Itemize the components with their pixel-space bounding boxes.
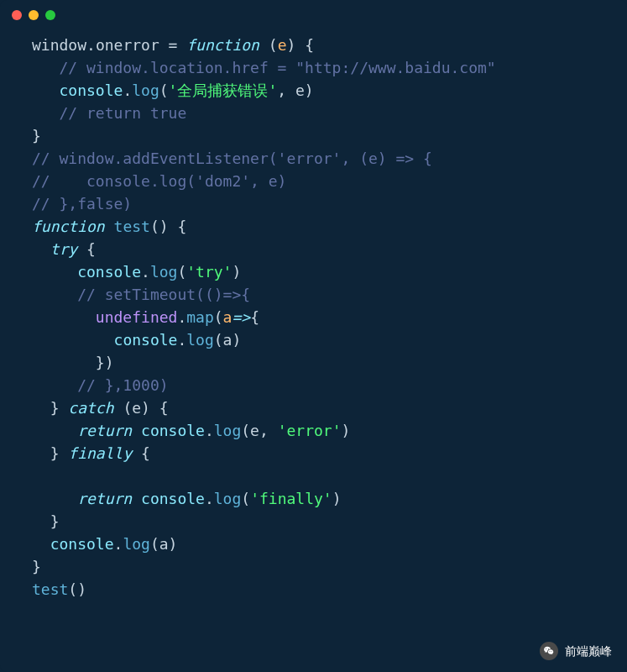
code-token xyxy=(32,240,50,258)
code-token xyxy=(32,490,77,507)
code-token: (e) { xyxy=(114,399,169,417)
code-token: . xyxy=(177,308,186,326)
code-token: ) xyxy=(332,490,342,507)
code-token: // window.addEventListener('error', (e) … xyxy=(32,150,432,167)
code-line: } xyxy=(32,555,595,578)
code-line: try { xyxy=(32,238,595,260)
code-line: undefined.map(a=>{ xyxy=(32,306,595,328)
code-token: console xyxy=(50,535,114,553)
code-token xyxy=(32,308,96,326)
code-token: finally xyxy=(68,444,132,462)
code-token: } xyxy=(32,127,41,144)
code-token: console xyxy=(60,81,123,99)
code-token: = xyxy=(159,36,187,54)
code-line: // console.log('dom2', e) xyxy=(32,170,595,192)
code-token: ) { xyxy=(286,36,314,54)
code-token: console xyxy=(114,331,178,349)
code-token: // },false) xyxy=(32,195,132,213)
code-token: // console.log('dom2', e) xyxy=(32,172,286,190)
code-token: function xyxy=(186,36,259,54)
code-token: function xyxy=(32,218,105,235)
code-token: { xyxy=(250,308,259,326)
code-token: . xyxy=(205,422,214,439)
code-line: console.log('全局捕获错误', e) xyxy=(32,79,595,102)
code-token: . xyxy=(123,81,132,99)
code-token: 'finally' xyxy=(250,490,332,507)
watermark: 前端巅峰 xyxy=(540,642,612,660)
code-line: } catch (e) { xyxy=(32,396,595,419)
code-token: } xyxy=(32,399,68,417)
code-token xyxy=(32,104,60,122)
code-window: window.onerror = function (e) { // windo… xyxy=(0,0,627,672)
code-token: return xyxy=(77,422,132,439)
code-token: ) xyxy=(232,263,241,281)
code-token: } xyxy=(32,444,68,462)
code-token: a xyxy=(223,308,233,326)
code-line xyxy=(32,465,595,487)
code-token: (a) xyxy=(150,535,178,553)
wechat-icon xyxy=(540,642,558,660)
code-token: . xyxy=(114,535,123,553)
code-line: function test() { xyxy=(32,215,595,238)
code-token: . xyxy=(177,331,186,349)
code-line: return console.log('finally') xyxy=(32,487,595,510)
code-line: // return true xyxy=(32,102,595,124)
code-token xyxy=(132,422,141,439)
code-line: return console.log(e, 'error') xyxy=(32,419,595,442)
code-line: // },1000) xyxy=(32,374,595,396)
code-token: (a) xyxy=(214,331,242,349)
window-titlebar xyxy=(0,0,627,30)
code-token: ( xyxy=(259,36,278,54)
code-token xyxy=(32,331,114,349)
code-token: console xyxy=(141,490,205,507)
code-token: log xyxy=(186,331,214,349)
code-line: // setTimeout(()=>{ xyxy=(32,283,595,306)
code-line: }) xyxy=(32,351,595,374)
code-token: (e, xyxy=(241,422,277,439)
code-token: map xyxy=(186,308,214,326)
code-token: test xyxy=(32,580,68,598)
code-token xyxy=(32,376,77,394)
maximize-icon[interactable] xyxy=(45,10,55,20)
code-token: onerror xyxy=(96,36,159,54)
code-token: 'error' xyxy=(278,422,342,439)
code-token: ( xyxy=(159,81,169,99)
code-token: '全局捕获错误' xyxy=(169,81,278,99)
code-token: log xyxy=(123,535,150,553)
code-token xyxy=(105,218,114,235)
code-token xyxy=(32,81,60,99)
code-line: } xyxy=(32,510,595,533)
code-token xyxy=(32,535,50,553)
code-line: } xyxy=(32,124,595,147)
close-icon[interactable] xyxy=(12,10,22,20)
code-token xyxy=(32,422,77,439)
code-token xyxy=(132,490,141,507)
code-line: // window.location.href = "http://www.ba… xyxy=(32,56,595,79)
code-token: log xyxy=(132,81,159,99)
code-token: () { xyxy=(150,218,186,235)
watermark-label: 前端巅峰 xyxy=(565,643,612,660)
code-token: console xyxy=(141,422,205,439)
code-token: { xyxy=(77,240,96,258)
code-token: , e) xyxy=(277,81,313,99)
code-token xyxy=(32,286,77,303)
code-token: log xyxy=(214,422,242,439)
code-line: test() xyxy=(32,578,595,601)
minimize-icon[interactable] xyxy=(29,10,39,20)
code-line: console.log(a) xyxy=(32,533,595,555)
code-token: ( xyxy=(214,308,223,326)
code-content: window.onerror = function (e) { // windo… xyxy=(0,30,627,617)
code-token: . xyxy=(205,490,214,507)
code-line: // window.addEventListener('error', (e) … xyxy=(32,147,595,170)
code-line: } finally { xyxy=(32,442,595,465)
code-line: console.log('try') xyxy=(32,260,595,283)
code-token: try xyxy=(50,240,78,258)
code-token: window xyxy=(32,36,86,54)
code-line: // },false) xyxy=(32,192,595,215)
code-token: 'try' xyxy=(186,263,232,281)
code-token: return xyxy=(77,490,132,507)
code-token: // setTimeout(()=>{ xyxy=(77,286,250,303)
code-token: }) xyxy=(32,354,114,371)
code-token: { xyxy=(132,444,150,462)
code-token: } xyxy=(32,558,41,575)
